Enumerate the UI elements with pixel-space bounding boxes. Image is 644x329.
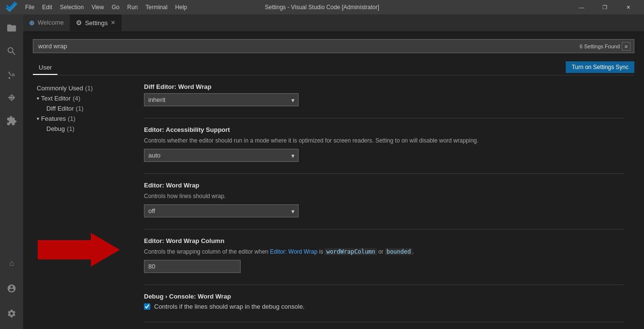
accessibility-support-select-wrapper: auto off on: [144, 149, 299, 162]
maximize-button[interactable]: ❐: [594, 0, 616, 14]
menu-terminal[interactable]: Terminal: [143, 3, 170, 12]
menu-selection[interactable]: Selection: [57, 3, 86, 12]
source-control-icon: [6, 69, 17, 80]
search-bar-icon: [6, 46, 17, 57]
settings-tab-close[interactable]: ✕: [111, 19, 115, 26]
tab-settings[interactable]: ⚙ Settings ✕: [70, 14, 122, 31]
toc-diff-editor[interactable]: Diff Editor (1): [33, 103, 130, 114]
setting-editor-word-wrap: Editor: Word Wrap Controls how lines sho…: [144, 182, 625, 217]
toc-debug-label: Debug: [46, 125, 65, 132]
titlebar: File Edit Selection View Go Run Terminal…: [0, 0, 644, 14]
titlebar-menu: File Edit Selection View Go Run Terminal…: [22, 3, 190, 12]
settings-container: 6 Settings Found ≡ User Turn on Settings…: [23, 31, 644, 329]
search-input[interactable]: [33, 39, 634, 53]
menu-edit[interactable]: Edit: [39, 3, 55, 12]
activity-bar-account[interactable]: [0, 277, 23, 300]
toc-commonly-used-count: (1): [85, 85, 93, 92]
setting-diff-editor-word-wrap: Diff Editor: Word Wrap off on inherit wo…: [144, 83, 625, 106]
word-wrap-column-code1: wordWrapColumn: [325, 248, 376, 255]
word-wrap-column-desc-middle: is: [317, 248, 325, 255]
activity-bar-manage[interactable]: [0, 302, 23, 325]
activity-bar-explorer[interactable]: [0, 16, 23, 40]
close-button[interactable]: ✕: [617, 0, 639, 14]
activity-bar-remote[interactable]: ⌂: [0, 252, 23, 275]
activity-bar: ⌂: [0, 14, 23, 329]
toc-features-label: Features: [41, 115, 66, 122]
menu-go[interactable]: Go: [109, 3, 122, 12]
window-title: Settings - Visual Studio Code [Administr…: [265, 4, 379, 11]
toc-diff-editor-label: Diff Editor: [46, 105, 74, 112]
welcome-tab-label: Welcome: [38, 19, 64, 26]
minimize-button[interactable]: —: [571, 0, 593, 14]
explorer-icon: [6, 23, 17, 33]
main-content: ⊕ Welcome ⚙ Settings ✕ 6 Settings Found …: [23, 14, 644, 329]
search-bar-row: 6 Settings Found ≡: [33, 39, 634, 53]
word-wrap-column-title: Editor: Word Wrap Column: [144, 237, 625, 244]
toc-commonly-used[interactable]: Commonly Used (1): [33, 83, 130, 93]
settings-content: Diff Editor: Word Wrap off on inherit wo…: [134, 83, 634, 329]
diff-editor-word-wrap-select[interactable]: off on inherit wordWrapColumn bounded: [144, 93, 299, 106]
toc-text-editor[interactable]: ▾ Text Editor (4): [33, 93, 130, 103]
word-wrap-column-input[interactable]: [144, 260, 241, 273]
word-wrap-column-code2: bounded: [385, 248, 413, 255]
debug-word-wrap-description: Controls if the lines should wrap in the…: [154, 303, 304, 310]
activity-bar-run[interactable]: [0, 86, 23, 109]
welcome-tab-icon: ⊕: [29, 19, 35, 27]
setting-accessibility-support: Editor: Accessibility Support Controls w…: [144, 126, 625, 162]
activity-bar-extensions[interactable]: [0, 109, 23, 132]
activity-bar-bottom: ⌂: [0, 252, 23, 329]
editor-word-wrap-description: Controls how lines should wrap.: [144, 192, 625, 200]
vscode-logo-icon: [5, 0, 18, 14]
filter-icon[interactable]: ≡: [622, 42, 630, 51]
toc-text-editor-count: (4): [72, 95, 80, 102]
run-debug-icon: [6, 92, 17, 103]
user-tab[interactable]: User: [33, 61, 57, 75]
word-wrap-column-description: Controls the wrapping column of the edit…: [144, 247, 625, 256]
toc-text-editor-arrow: ▾: [37, 96, 39, 101]
menu-file[interactable]: File: [22, 3, 37, 12]
activity-bar-search[interactable]: [0, 40, 23, 63]
toc-features-count: (1): [68, 115, 75, 122]
tab-welcome[interactable]: ⊕ Welcome: [23, 14, 70, 31]
setting-debug-word-wrap: Debug › Console: Word Wrap Controls if t…: [144, 293, 625, 310]
menu-view[interactable]: View: [88, 3, 107, 12]
settings-toc: Commonly Used (1) ▾ Text Editor (4) Diff…: [33, 83, 134, 329]
toc-debug[interactable]: Debug (1): [33, 124, 130, 134]
sync-button[interactable]: Turn on Settings Sync: [566, 61, 634, 73]
divider-3: [144, 229, 625, 229]
toc-features[interactable]: ▾ Features (1): [33, 114, 130, 124]
divider-5: [144, 322, 625, 322]
toc-commonly-used-label: Commonly Used: [37, 85, 83, 92]
search-input-wrapper: 6 Settings Found ≡: [33, 39, 634, 53]
extensions-icon: [6, 115, 17, 126]
word-wrap-column-link[interactable]: Editor: Word Wrap: [270, 248, 317, 255]
word-wrap-column-desc-end: or: [377, 248, 385, 255]
activity-bar-source-control[interactable]: [0, 63, 23, 86]
settings-tab-icon: ⚙: [76, 19, 82, 27]
gear-icon: [7, 309, 16, 318]
accessibility-support-title: Editor: Accessibility Support: [144, 126, 625, 133]
divider-2: [144, 173, 625, 174]
word-wrap-column-desc-suffix: .: [413, 248, 414, 255]
settings-found-badge: 6 Settings Found ≡: [580, 42, 630, 51]
accessibility-support-description: Controls whether the editor should run i…: [144, 136, 625, 145]
debug-word-wrap-checkbox[interactable]: [144, 303, 150, 310]
toc-text-editor-label: Text Editor: [41, 95, 71, 102]
divider-1: [144, 118, 625, 118]
settings-body: Commonly Used (1) ▾ Text Editor (4) Diff…: [33, 83, 634, 329]
menu-help[interactable]: Help: [172, 3, 190, 12]
editor-word-wrap-title: Editor: Word Wrap: [144, 182, 625, 189]
account-icon: [7, 284, 16, 293]
accessibility-support-select[interactable]: auto off on: [144, 149, 299, 162]
titlebar-left: File Edit Selection View Go Run Terminal…: [5, 0, 190, 14]
editor-word-wrap-select[interactable]: off on wordWrapColumn bounded: [144, 204, 299, 217]
menu-run[interactable]: Run: [124, 3, 141, 12]
results-count: 6 Settings Found: [580, 43, 620, 49]
window-controls: — ❐ ✕: [571, 0, 639, 14]
word-wrap-column-desc-prefix: Controls the wrapping column of the edit…: [144, 248, 270, 255]
debug-word-wrap-title: Debug › Console: Word Wrap: [144, 293, 625, 300]
toc-features-arrow: ▾: [37, 116, 39, 121]
settings-tab-label: Settings: [85, 19, 108, 27]
debug-word-wrap-checkbox-row: Controls if the lines should wrap in the…: [144, 303, 625, 310]
editor-word-wrap-select-wrapper: off on wordWrapColumn bounded: [144, 204, 299, 217]
